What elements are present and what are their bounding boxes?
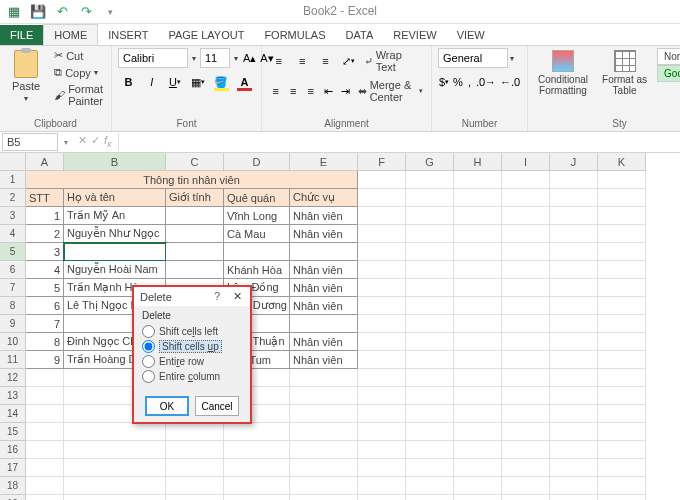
cell[interactable]: [598, 297, 646, 315]
increase-decimal-button[interactable]: .0→: [475, 72, 497, 92]
ok-button[interactable]: OK: [145, 396, 189, 416]
cell[interactable]: [454, 423, 502, 441]
table-cell[interactable]: [290, 243, 358, 261]
cell[interactable]: [64, 441, 166, 459]
cell[interactable]: [406, 333, 454, 351]
cell[interactable]: [502, 189, 550, 207]
cell[interactable]: [550, 387, 598, 405]
column-header-J[interactable]: J: [550, 153, 598, 171]
cell[interactable]: [358, 441, 406, 459]
cell[interactable]: [224, 423, 290, 441]
table-cell[interactable]: Nhân viên: [290, 297, 358, 315]
font-size-combo[interactable]: [200, 48, 230, 68]
cell[interactable]: [502, 297, 550, 315]
cell[interactable]: [598, 459, 646, 477]
cell[interactable]: [598, 477, 646, 495]
cell[interactable]: [550, 423, 598, 441]
cell[interactable]: [406, 459, 454, 477]
column-header-G[interactable]: G: [406, 153, 454, 171]
cell[interactable]: [64, 477, 166, 495]
cell[interactable]: [166, 495, 224, 500]
close-icon[interactable]: ✕: [230, 290, 244, 303]
cell[interactable]: [64, 423, 166, 441]
row-header[interactable]: 3: [0, 207, 26, 225]
radio-shift_left[interactable]: Shift cells left: [142, 324, 242, 339]
row-header[interactable]: 17: [0, 459, 26, 477]
cell[interactable]: [502, 315, 550, 333]
cell[interactable]: [550, 405, 598, 423]
cell[interactable]: [358, 333, 406, 351]
font-color-button[interactable]: A: [234, 72, 255, 92]
help-icon[interactable]: ?: [210, 290, 224, 303]
cell[interactable]: [598, 171, 646, 189]
enter-formula-icon[interactable]: ✓: [91, 134, 100, 149]
table-cell[interactable]: 9: [26, 351, 64, 369]
cell[interactable]: [406, 261, 454, 279]
copy-button[interactable]: ⧉Copy▾: [52, 65, 105, 80]
cell[interactable]: [406, 189, 454, 207]
cell[interactable]: [406, 171, 454, 189]
table-cell[interactable]: Nhân viên: [290, 261, 358, 279]
cell[interactable]: [550, 225, 598, 243]
cell[interactable]: [406, 387, 454, 405]
align-right-button[interactable]: ≡: [303, 81, 319, 101]
style-normal[interactable]: Norma: [657, 48, 680, 65]
cell[interactable]: [502, 459, 550, 477]
cell[interactable]: [550, 207, 598, 225]
align-left-button[interactable]: ≡: [268, 81, 284, 101]
save-icon[interactable]: 💾: [30, 4, 46, 20]
table-cell[interactable]: Nguyễn Như Ngọc: [64, 225, 166, 243]
column-header-K[interactable]: K: [598, 153, 646, 171]
align-top-button[interactable]: ≡: [268, 51, 289, 71]
cell[interactable]: [406, 243, 454, 261]
column-header-B[interactable]: B: [64, 153, 166, 171]
row-header[interactable]: 11: [0, 351, 26, 369]
cell[interactable]: [454, 351, 502, 369]
cell[interactable]: [550, 369, 598, 387]
row-header[interactable]: 7: [0, 279, 26, 297]
cell[interactable]: [598, 207, 646, 225]
radio-entire_row[interactable]: Entire row: [142, 354, 242, 369]
cell[interactable]: [550, 315, 598, 333]
cell[interactable]: [454, 225, 502, 243]
table-cell[interactable]: Nhân viên: [290, 279, 358, 297]
table-cell[interactable]: 6: [26, 297, 64, 315]
table-header[interactable]: Chức vụ: [290, 189, 358, 207]
cell[interactable]: [224, 441, 290, 459]
cell[interactable]: [406, 351, 454, 369]
cell[interactable]: [26, 477, 64, 495]
cell[interactable]: [550, 495, 598, 500]
cell[interactable]: [598, 315, 646, 333]
table-cell[interactable]: [166, 207, 224, 225]
cell[interactable]: [598, 351, 646, 369]
comma-button[interactable]: ,: [466, 72, 473, 92]
fx-icon[interactable]: fx: [104, 134, 112, 149]
cell[interactable]: [502, 477, 550, 495]
align-center-button[interactable]: ≡: [286, 81, 302, 101]
cell[interactable]: [406, 315, 454, 333]
cell[interactable]: [454, 315, 502, 333]
cell[interactable]: [64, 459, 166, 477]
cell[interactable]: [502, 351, 550, 369]
cell[interactable]: [406, 369, 454, 387]
merge-center-button[interactable]: ⬌Merge & Center▾: [356, 78, 425, 104]
table-cell[interactable]: 2: [26, 225, 64, 243]
cell[interactable]: [406, 405, 454, 423]
table-cell[interactable]: [290, 315, 358, 333]
cell[interactable]: [454, 477, 502, 495]
table-cell[interactable]: [166, 243, 224, 261]
radio-entire_col[interactable]: Entire column: [142, 369, 242, 384]
cell[interactable]: [454, 441, 502, 459]
cell[interactable]: [598, 495, 646, 500]
table-cell[interactable]: 1: [26, 207, 64, 225]
format-as-table-button[interactable]: Format as Table: [598, 48, 651, 116]
cell[interactable]: [358, 477, 406, 495]
cell[interactable]: [598, 279, 646, 297]
cell[interactable]: [550, 243, 598, 261]
wrap-text-button[interactable]: ⤶Wrap Text: [362, 48, 425, 74]
table-cell[interactable]: [166, 225, 224, 243]
cell[interactable]: [26, 495, 64, 500]
cell[interactable]: [598, 387, 646, 405]
table-cell[interactable]: Trần Mỹ An: [64, 207, 166, 225]
cell[interactable]: [358, 495, 406, 500]
